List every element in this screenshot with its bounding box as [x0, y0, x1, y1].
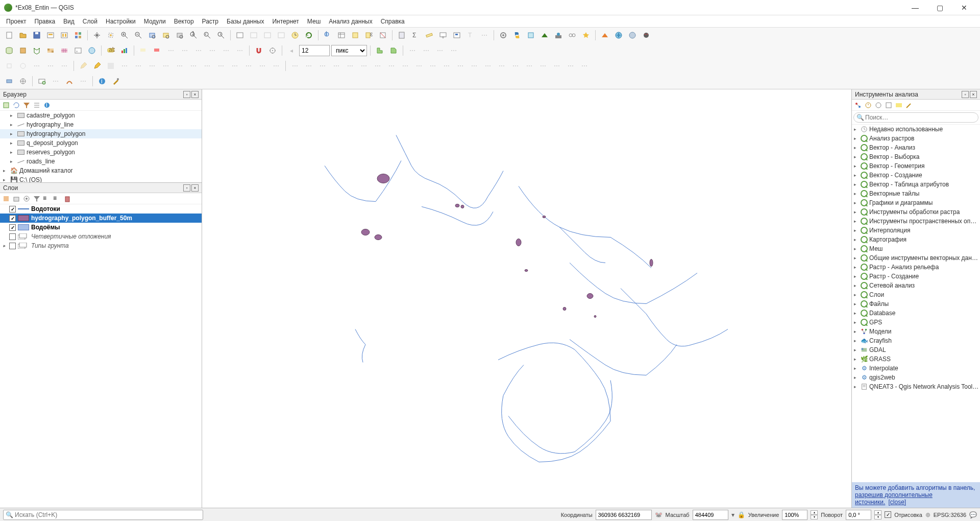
digitize-tool-11[interactable]: ⋯ [270, 60, 282, 72]
plugin-button-6[interactable] [599, 29, 611, 41]
adv-digitize-18[interactable]: ⋯ [523, 60, 535, 72]
filter-icon[interactable] [22, 101, 31, 109]
menu-project[interactable]: Проект [2, 17, 31, 26]
menu-help[interactable]: Справка [377, 17, 409, 26]
new-3d-view-button[interactable] [248, 29, 260, 41]
menu-mesh[interactable]: Меш [303, 17, 325, 26]
plugin-button-4[interactable] [566, 29, 578, 41]
processing-item[interactable]: ▸Инструменты обработки растра [852, 207, 980, 217]
coord-toggle-icon[interactable]: 🐭 [655, 511, 663, 518]
digitize-tool-8[interactable]: ⋯ [229, 60, 241, 72]
edit-in-place-icon[interactable] [885, 101, 893, 109]
plugin-tool-a6[interactable]: ⋯ [77, 75, 89, 87]
add-wms-layer-button[interactable] [86, 44, 98, 57]
adv-digitize-5[interactable]: ⋯ [344, 60, 356, 72]
processing-item[interactable]: ▸Вектор - Геометрия [852, 161, 980, 171]
adv-digitize-10[interactable]: ⋯ [413, 60, 425, 72]
plugin-tool-a5[interactable] [63, 75, 76, 87]
label-tool-3[interactable]: ⋯ [165, 44, 177, 57]
help-button[interactable]: i [96, 75, 108, 87]
pan-button[interactable] [91, 29, 103, 41]
select-features-button[interactable] [349, 29, 361, 41]
processing-item[interactable]: ▸Слои [852, 290, 980, 299]
browser-tree[interactable]: ▸cadastre_polygon ▸hydrography_line ▸hyd… [0, 111, 202, 182]
plugin-tool-a4[interactable]: ⋯ [50, 75, 62, 87]
toolbox-button[interactable] [497, 29, 509, 41]
adv-digitize-16[interactable]: ⋯ [496, 60, 508, 72]
menu-database[interactable]: Базы данных [223, 17, 268, 26]
processing-item[interactable]: ▸🌿GRASS [852, 354, 980, 364]
processing-item[interactable]: ▸Вектор - Выборка [852, 152, 980, 161]
add-selected-layers-icon[interactable] [2, 101, 10, 109]
zoom-native-button[interactable]: 1 [187, 29, 200, 41]
collapse-all-icon[interactable]: ≡ [53, 195, 61, 203]
python-console-button[interactable] [511, 29, 523, 41]
locator-input[interactable] [3, 510, 203, 520]
minimize-button[interactable]: — [903, 0, 927, 15]
shape-digitize-4[interactable]: ⋯ [44, 60, 57, 72]
processing-item[interactable]: ▸Недавно использованные [852, 125, 980, 134]
scale-dropdown-icon[interactable]: ▾ [731, 511, 734, 518]
processing-tree[interactable]: ▸Недавно использованные▸Анализ растров▸В… [852, 125, 980, 482]
menu-raster[interactable]: Растр [198, 17, 223, 26]
processing-item[interactable]: ▸⚙Interpolate [852, 364, 980, 373]
zoom-last-button[interactable] [201, 29, 213, 41]
adv-digitize-6[interactable]: ⋯ [358, 60, 370, 72]
show-bookmarks-button[interactable] [275, 29, 287, 41]
model-designer-icon[interactable] [854, 101, 862, 109]
layer-checkbox[interactable]: ✓ [9, 206, 16, 212]
identify-button[interactable]: i [322, 29, 334, 41]
add-raster-layer-button[interactable] [44, 44, 57, 57]
shape-digitize-3[interactable]: ⋯ [31, 60, 43, 72]
adv-digitize-21[interactable]: ⋯ [565, 60, 577, 72]
adv-digitize-7[interactable]: ⋯ [372, 60, 384, 72]
adv-digitize-22[interactable]: ⋯ [578, 60, 591, 72]
processing-item[interactable]: ▸⚙qgis2web [852, 373, 980, 382]
processing-item[interactable]: ▸Картография [852, 235, 980, 244]
new-print-layout-button[interactable] [44, 29, 57, 41]
processing-item[interactable]: ▸Растр - Анализ рельефа [852, 263, 980, 272]
zoom-in-button[interactable] [118, 29, 131, 41]
layer-item-hydrography-buffer[interactable]: ✓ hydrography_polygon_buffer_50m [0, 214, 202, 223]
processing-item[interactable]: ▸GPS [852, 318, 980, 327]
zoom-out-button[interactable] [132, 29, 144, 41]
style-manager-button[interactable] [72, 29, 84, 41]
digitize-tool-5[interactable]: ⋯ [187, 60, 200, 72]
new-map-view-button[interactable] [234, 29, 246, 41]
processing-item[interactable]: ▸Графики и диаграммы [852, 198, 980, 207]
layers-undock-button[interactable]: ▫ [183, 184, 190, 192]
adv-digitize-12[interactable]: ⋯ [440, 60, 453, 72]
processing-item[interactable]: ▸QNEAT3 - Qgis Network Analysis Tool… [852, 382, 980, 391]
save-project-button[interactable] [31, 29, 43, 41]
digitize-tool-2[interactable]: ⋯ [146, 60, 158, 72]
shape-digitize-2[interactable] [17, 60, 29, 72]
plugin-tool-a2[interactable] [17, 75, 29, 87]
browser-item-hydrography-line[interactable]: ▸hydrography_line [0, 120, 202, 129]
add-vector-layer-button[interactable] [31, 44, 43, 57]
properties-icon[interactable]: i [43, 101, 51, 109]
processing-item[interactable]: ▸Вектор - Таблица атрибутов [852, 180, 980, 189]
layer-item-quaternary[interactable]: Четвертичные отложения [0, 232, 202, 241]
new-spatial-bookmark-button[interactable] [451, 29, 463, 41]
processing-item[interactable]: ▸Файлы [852, 299, 980, 309]
layer-label-button[interactable]: abc [105, 44, 117, 57]
digitize-tool-6[interactable]: ⋯ [201, 60, 213, 72]
new-geopackage-button[interactable] [17, 44, 29, 57]
browser-item-reserves-polygon[interactable]: ▸reserves_polygon [0, 148, 202, 157]
mag-input[interactable] [782, 510, 807, 520]
lock-icon[interactable]: 🔒 [738, 511, 745, 518]
adv-digitize-13[interactable]: ⋯ [454, 60, 467, 72]
shape-digitize-1[interactable] [3, 60, 15, 72]
menu-web[interactable]: Интернет [268, 17, 303, 26]
layer-item-grunty[interactable]: ▸ Типы грунта [0, 241, 202, 250]
snapping-units-select[interactable]: пикс [331, 45, 367, 56]
label-tool-5[interactable]: ⋯ [192, 44, 205, 57]
zoom-full-button[interactable] [146, 29, 158, 41]
toolbar-btn-extra[interactable]: ⋯ [478, 29, 491, 41]
processing-item[interactable]: ▸🐟Crayfish [852, 336, 980, 345]
layer-checkbox[interactable]: ✓ [9, 224, 16, 231]
browser-item-roads-line[interactable]: ▸roads_line [0, 157, 202, 166]
digitize-tool-7[interactable]: ⋯ [215, 60, 227, 72]
layer-checkbox[interactable]: ✓ [9, 215, 16, 222]
digitize-tool-9[interactable]: ⋯ [242, 60, 255, 72]
